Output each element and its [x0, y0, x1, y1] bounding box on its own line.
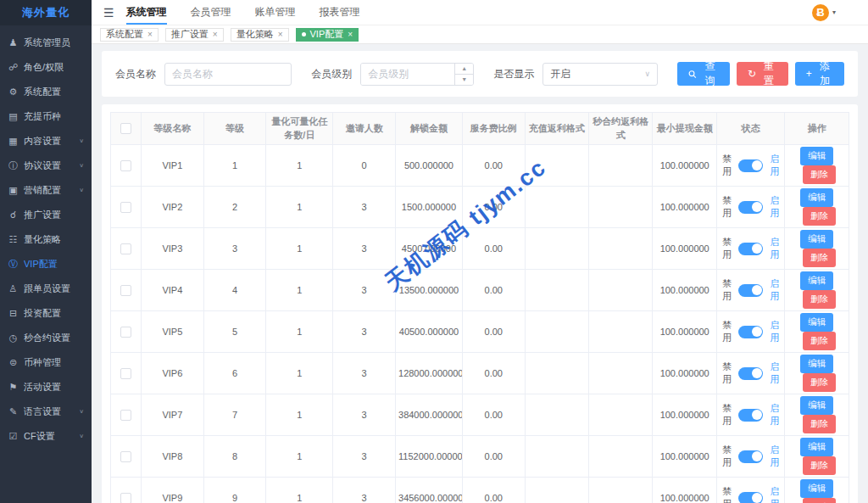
table-row: VIP6 6 1 3 128000.000000 0.00 100.000000: [111, 353, 849, 394]
sidebar-item[interactable]: ▣ 营销配置 ∨: [0, 178, 92, 203]
cell-level: 5: [203, 311, 266, 353]
status-toggle[interactable]: [738, 159, 763, 172]
top-nav-tab[interactable]: 系统管理: [126, 0, 167, 25]
sidebar-item[interactable]: ♙ 跟单员设置: [0, 277, 92, 301]
status-toggle[interactable]: [738, 284, 763, 297]
close-icon[interactable]: ×: [213, 30, 218, 39]
sidebar-item[interactable]: ✎ 语言设置 ∨: [0, 400, 92, 424]
member-level-input[interactable]: [361, 64, 454, 85]
cell-fee-ratio: 0.00: [462, 270, 525, 311]
status-toggle[interactable]: [738, 243, 763, 255]
delete-button[interactable]: 删除: [803, 165, 836, 184]
close-icon[interactable]: ×: [278, 30, 283, 39]
sidebar-item[interactable]: ⊜ 币种管理: [0, 350, 92, 375]
close-icon[interactable]: ×: [147, 30, 153, 39]
delete-button[interactable]: 删除: [803, 249, 836, 267]
status-toggle[interactable]: [738, 492, 763, 503]
page-tag[interactable]: 系统配置 ×: [100, 28, 159, 42]
edit-button[interactable]: 编辑: [800, 230, 833, 249]
spinner-up-icon[interactable]: ▲: [455, 64, 473, 75]
edit-button[interactable]: 编辑: [800, 396, 833, 415]
follower-settings-icon: ♙: [8, 283, 19, 294]
cell-actions: 编辑 删除: [785, 228, 849, 270]
delete-button[interactable]: 删除: [803, 456, 836, 475]
status-toggle[interactable]: [738, 409, 763, 422]
status-toggle[interactable]: [738, 201, 763, 214]
language-settings-icon: ✎: [8, 406, 19, 417]
row-checkbox[interactable]: [120, 493, 131, 503]
select-all-checkbox[interactable]: [120, 123, 131, 134]
sidebar-item[interactable]: ☷ 量化策略: [0, 227, 92, 252]
display-label: 是否显示: [493, 67, 534, 81]
page-tag[interactable]: 推广设置 ×: [165, 28, 224, 42]
cell-actions: 编辑 删除: [785, 436, 849, 478]
chevron-down-icon: ∨: [79, 138, 84, 144]
delete-button[interactable]: 删除: [803, 207, 836, 226]
sidebar-item[interactable]: ☑ CF设置 ∨: [0, 424, 92, 449]
sidebar-item[interactable]: ▦ 内容设置 ∨: [0, 129, 92, 154]
row-checkbox[interactable]: [120, 202, 131, 213]
delete-button[interactable]: 删除: [803, 498, 836, 503]
edit-button[interactable]: 编辑: [800, 355, 833, 373]
status-off-label: 禁用: [720, 360, 734, 386]
close-icon[interactable]: ×: [348, 30, 353, 39]
status-toggle[interactable]: [738, 326, 763, 338]
row-checkbox[interactable]: [120, 160, 131, 171]
page-tag[interactable]: 量化策略 ×: [231, 28, 289, 42]
cell-invites: 3: [333, 436, 396, 478]
page-tag[interactable]: VIP配置 ×: [296, 28, 359, 42]
cell-recharge-rebate: [525, 478, 588, 503]
sidebar-item[interactable]: ☌ 推广设置: [0, 203, 92, 227]
row-checkbox[interactable]: [120, 243, 131, 254]
row-checkbox[interactable]: [120, 368, 131, 379]
table-header-cell: 状态: [716, 113, 785, 145]
cell-invites: 0: [333, 145, 396, 187]
status-off-label: 禁用: [720, 319, 734, 344]
row-checkbox[interactable]: [120, 451, 131, 462]
edit-button[interactable]: 编辑: [800, 313, 833, 332]
sidebar-item[interactable]: ◷ 秒合约设置: [0, 326, 92, 350]
status-toggle[interactable]: [738, 367, 763, 380]
cell-status: 禁用 启用: [716, 187, 785, 228]
sidebar-item-label: 推广设置: [24, 209, 61, 221]
delete-button[interactable]: 删除: [803, 415, 836, 433]
sidebar-item[interactable]: ⓘ 协议设置 ∨: [0, 154, 92, 178]
status-toggle[interactable]: [738, 450, 763, 463]
member-name-input[interactable]: [164, 63, 292, 86]
sidebar-item[interactable]: ♟ 系统管理员: [0, 31, 92, 55]
table-header-row: 等级名称 等级 量化可量化任务数/日 邀请人数 解锁金额 服务费比例: [111, 113, 849, 145]
delete-button[interactable]: 删除: [803, 290, 836, 309]
table-row: VIP8 8 1 3 1152000.000000 0.00 100.00000…: [111, 436, 849, 478]
display-select[interactable]: 开启 ∨: [542, 63, 658, 86]
top-nav-tab[interactable]: 会员管理: [191, 0, 231, 25]
top-nav-tab[interactable]: 报表管理: [320, 0, 360, 25]
row-checkbox[interactable]: [120, 410, 131, 421]
sidebar-item[interactable]: ☍ 角色/权限: [0, 55, 92, 80]
cell-actions: 编辑 删除: [785, 478, 849, 503]
system-config-icon: ⚙: [8, 87, 19, 98]
content-area: 会员名称 会员级别 ▲ ▼ 是否显示 开启 ∨: [92, 44, 868, 503]
add-button[interactable]: + 添加: [795, 62, 844, 86]
row-checkbox[interactable]: [120, 327, 131, 338]
collapse-menu-icon[interactable]: ☰: [103, 6, 114, 20]
edit-button[interactable]: 编辑: [800, 479, 833, 498]
delete-button[interactable]: 删除: [803, 373, 836, 392]
spinner-down-icon[interactable]: ▼: [455, 75, 473, 85]
sidebar-item[interactable]: ⊟ 投资配置: [0, 301, 92, 326]
top-nav-tab[interactable]: 账单管理: [255, 0, 296, 25]
row-checkbox[interactable]: [120, 285, 131, 296]
edit-button[interactable]: 编辑: [800, 188, 833, 207]
edit-button[interactable]: 编辑: [800, 147, 833, 165]
user-menu[interactable]: Ƀ ▾: [812, 4, 860, 21]
sidebar-item[interactable]: Ⓥ VIP配置: [0, 252, 92, 277]
delete-button[interactable]: 删除: [803, 332, 836, 350]
edit-button[interactable]: 编辑: [800, 438, 833, 456]
sidebar-item[interactable]: ⚙ 系统配置: [0, 80, 92, 104]
sidebar-item-label: 充提币种: [24, 110, 61, 123]
sidebar-item[interactable]: ▤ 充提币种: [0, 104, 92, 129]
search-button[interactable]: 查询: [677, 62, 730, 86]
edit-button[interactable]: 编辑: [800, 271, 833, 290]
sidebar-item[interactable]: ⚑ 活动设置: [0, 375, 92, 400]
reset-button[interactable]: ↻ 重置: [737, 62, 788, 86]
cell-fee-ratio: 0.00: [462, 436, 525, 478]
